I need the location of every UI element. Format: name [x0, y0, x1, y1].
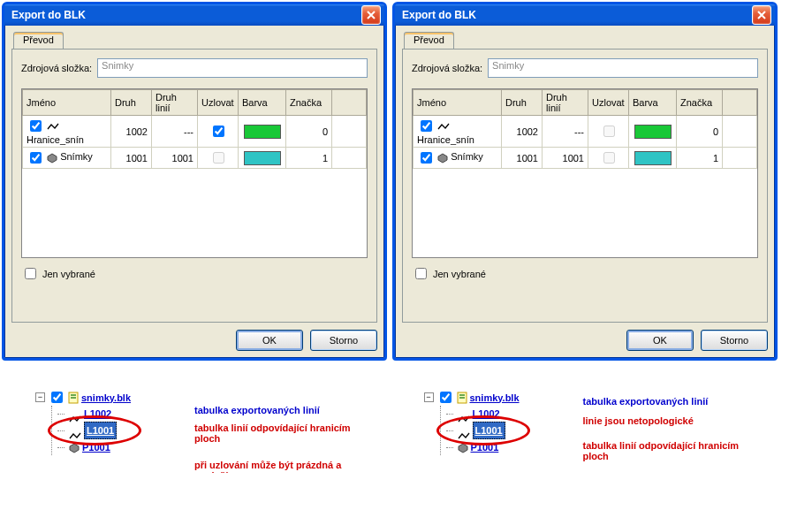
titlebar[interactable]: Export do BLK [395, 4, 775, 26]
row-color-swatch[interactable] [634, 151, 672, 165]
tree-root-checkbox[interactable] [440, 392, 452, 403]
col-node[interactable]: Uzlovat [588, 90, 629, 116]
col-kind[interactable]: Druh [502, 90, 543, 116]
ok-button[interactable]: OK [626, 330, 694, 351]
close-icon [757, 11, 766, 19]
col-node[interactable]: Uzlovat [198, 90, 239, 116]
row-color-swatch[interactable] [244, 125, 281, 139]
row-node-checkbox[interactable] [603, 152, 615, 164]
row-name: Hranice_snín [27, 134, 84, 145]
tree-item-link[interactable]: P1001 [82, 439, 110, 455]
col-linetype[interactable]: Druh linií [152, 90, 198, 116]
col-name[interactable]: Jméno [414, 90, 502, 116]
row-checkbox[interactable] [421, 120, 432, 132]
only-selected-row: Jen vybrané [412, 265, 758, 282]
row-node-checkbox[interactable] [213, 126, 224, 137]
close-icon [367, 11, 376, 19]
tree-item-link[interactable]: L1001 [84, 422, 117, 439]
dialog-buttons: OK Storno [402, 330, 768, 351]
col-filler [332, 90, 367, 116]
polyline-icon [437, 119, 450, 126]
tree-item-link[interactable]: L1001 [473, 422, 505, 439]
cancel-button[interactable]: Storno [310, 330, 377, 351]
tree-root[interactable]: − snimky.blk [35, 389, 389, 406]
dialogs-row: Export do BLK Převod Zdrojová složka: Sn… [0, 0, 812, 362]
layer-grid[interactable]: Jméno Druh Druh linií Uzlovat Barva Znač… [21, 88, 368, 258]
tree-item-link[interactable]: L1002 [473, 406, 500, 422]
row-mark: 0 [286, 116, 332, 148]
svg-rect-8 [459, 397, 465, 399]
source-row: Zdrojová složka: Snimky [21, 58, 368, 78]
row-linetype: 1001 [152, 148, 198, 169]
row-color-swatch[interactable] [244, 151, 281, 165]
col-name[interactable]: Jméno [23, 90, 111, 116]
table-row[interactable]: Snímky100110011 [414, 148, 757, 169]
source-field[interactable]: Snimky [97, 58, 368, 78]
tree-root-label[interactable]: snimky.blk [81, 390, 131, 406]
source-label: Zdrojová složka: [21, 63, 92, 73]
window-title: Export do BLK [402, 9, 752, 21]
source-field[interactable]: Snimky [488, 58, 758, 78]
only-selected-checkbox[interactable] [415, 268, 427, 279]
col-kind[interactable]: Druh [111, 90, 152, 116]
tree-block-left: − snimky.blk L1002 L1001 P1001 tabulka e… [35, 389, 389, 455]
tab-prevod[interactable]: Převod [13, 32, 64, 49]
cancel-button[interactable]: Storno [701, 330, 768, 351]
tabstrip: Převod [11, 31, 377, 49]
row-name: Snímky [451, 151, 483, 162]
export-dialog-right: Export do BLK Převod Zdrojová složka: Sn… [392, 2, 778, 361]
row-checkbox[interactable] [421, 152, 432, 164]
svg-rect-7 [459, 394, 465, 396]
close-button[interactable] [361, 5, 381, 25]
tree-root-checkbox[interactable] [51, 392, 63, 403]
col-linetype[interactable]: Druh linií [543, 90, 588, 116]
svg-marker-5 [70, 444, 79, 453]
tab-prevod[interactable]: Převod [404, 32, 454, 49]
only-selected-checkbox[interactable] [25, 268, 36, 279]
col-color[interactable]: Barva [629, 90, 677, 116]
col-mark[interactable]: Značka [286, 90, 332, 116]
row-mark: 1 [286, 148, 332, 169]
row-checkbox[interactable] [30, 152, 42, 164]
table-row[interactable]: Hranice_snín1002---0 [414, 116, 757, 148]
blk-file-icon [68, 392, 79, 404]
polygon-icon [69, 442, 80, 453]
row-name: Hranice_snín [417, 134, 474, 145]
col-color[interactable]: Barva [239, 90, 286, 116]
row-checkbox[interactable] [30, 120, 42, 132]
tabstrip: Převod [402, 31, 768, 49]
grid-header: Jméno Druh Druh linií Uzlovat Barva Znač… [23, 90, 367, 116]
tree-item-link[interactable]: P1001 [471, 439, 499, 455]
ok-button[interactable]: OK [236, 330, 303, 351]
close-button[interactable] [752, 5, 771, 25]
row-node-checkbox[interactable] [603, 126, 615, 137]
col-mark[interactable]: Značka [677, 90, 723, 116]
grid-header: Jméno Druh Druh linií Uzlovat Barva Znač… [414, 90, 757, 116]
tree-root-label[interactable]: snimky.blk [470, 390, 520, 406]
row-kind: 1001 [502, 148, 543, 169]
only-selected-label: Jen vybrané [42, 269, 95, 279]
row-linetype: --- [543, 116, 588, 148]
polygon-icon [437, 153, 448, 164]
annot-red-1: linie jsou netopologické [583, 415, 760, 426]
annot-red-2: při uzlování může být prázdná a neuloží … [194, 460, 371, 473]
tree-item-link[interactable]: L1002 [84, 406, 111, 422]
row-node-checkbox[interactable] [213, 152, 224, 164]
dialog-body: Převod Zdrojová složka: Snimky [4, 26, 384, 358]
collapse-icon[interactable]: − [424, 392, 434, 402]
layer-grid[interactable]: Jméno Druh Druh linií Uzlovat Barva Znač… [412, 88, 758, 258]
polygon-icon [47, 153, 57, 164]
row-kind: 1001 [111, 148, 152, 169]
row-kind: 1002 [111, 116, 152, 148]
row-color-swatch[interactable] [634, 125, 672, 139]
table-row[interactable]: Snímky100110011 [23, 148, 367, 169]
source-row: Zdrojová složka: Snimky [412, 58, 758, 78]
polyline-icon [458, 427, 470, 434]
titlebar[interactable]: Export do BLK [4, 4, 384, 26]
table-row[interactable]: Hranice_snín1002---0 [23, 116, 367, 148]
row-mark: 1 [677, 148, 723, 169]
svg-rect-3 [71, 394, 76, 396]
row-mark: 0 [677, 116, 723, 148]
dialog-buttons: OK Storno [11, 330, 377, 351]
collapse-icon[interactable]: − [35, 392, 45, 402]
